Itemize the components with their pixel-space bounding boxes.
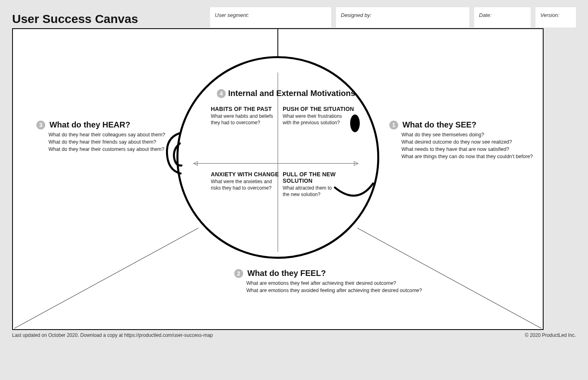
section-hear-title: What do they HEAR?	[49, 120, 130, 129]
section-see: 1 What do they SEE? What do they see the…	[389, 120, 535, 161]
badge-4: 4	[217, 89, 226, 98]
section-feel-l2: What are emotions they avoided feeling a…	[246, 287, 436, 294]
section-hear-l3: What do they hear their customers say ab…	[48, 146, 174, 153]
quad-anxiety-l1: What were the anxieties and	[211, 178, 284, 185]
meta-user-segment[interactable]: User segment:	[210, 7, 331, 27]
quad-pull-l1: What attracted them to	[283, 185, 363, 191]
badge-1: 1	[389, 121, 398, 129]
quad-habits-title: HABITS OF THE PAST	[211, 106, 284, 112]
footer-right: © 2020 ProductLed Inc.	[525, 332, 576, 338]
section-feel-l1: What are emotions they feel after achiev…	[246, 280, 436, 287]
canvas-frame: 4 Internal and External Motivations HABI…	[12, 28, 544, 330]
badge-2: 2	[234, 269, 243, 278]
meta-user-segment-label: User segment:	[215, 12, 249, 18]
header-row: User Success Canvas User segment: Design…	[12, 7, 576, 27]
meta-date[interactable]: Date:	[474, 7, 531, 27]
section-see-l3: What needs to they have that are now sat…	[401, 146, 535, 153]
quad-pull-title: PULL OF THE NEW SOLUTION	[283, 171, 363, 184]
meta-designed-by-label: Designed by:	[341, 12, 372, 18]
badge-3: 3	[36, 121, 45, 129]
meta-date-label: Date:	[479, 12, 491, 18]
meta-version[interactable]: Version:	[536, 7, 576, 27]
section-see-title: What do they SEE?	[402, 120, 476, 129]
quad-anxiety-title: ANXIETY WITH CHANGE	[211, 171, 284, 177]
quad-pull: PULL OF THE NEW SOLUTION What attracted …	[283, 171, 363, 198]
section-hear-l1: What do they hear their colleagues say a…	[48, 131, 174, 138]
svg-line-0	[15, 228, 199, 328]
page-title: User Success Canvas	[12, 7, 138, 26]
section-hear: 3 What do they HEAR? What do they hear t…	[36, 120, 174, 153]
quad-push-title: PUSH OF THE SITUATION	[283, 106, 355, 112]
quad-habits-l2: they had to overcome?	[211, 119, 284, 126]
quad-push-l1: What were their frustrations	[283, 113, 355, 119]
quad-push: PUSH OF THE SITUATION What were their fr…	[283, 106, 355, 126]
quad-habits-l1: What were habits and beliefs	[211, 113, 284, 119]
section-see-l4: What are things they can do now that the…	[401, 153, 535, 160]
section-hear-l2: What do they hear their friends say abou…	[48, 138, 174, 146]
section-feel-title: What do they FEEL?	[247, 269, 326, 278]
section-see-l2: What desired outcome do they now see rea…	[401, 138, 535, 146]
quad-anxiety-l2: risks they had to overcome?	[211, 185, 284, 191]
section-motivations-title: Internal and External Motivations	[228, 89, 355, 98]
quad-push-l2: with the previous solution?	[283, 119, 355, 126]
meta-version-label: Version:	[540, 12, 559, 18]
quad-habits: HABITS OF THE PAST What were habits and …	[211, 106, 284, 126]
footer-left: Last updated on October 2020. Download a…	[12, 332, 213, 338]
quad-anxiety: ANXIETY WITH CHANGE What were the anxiet…	[211, 171, 284, 191]
section-motivations-header: 4 Internal and External Motivations	[217, 89, 355, 98]
meta-designed-by[interactable]: Designed by:	[336, 7, 469, 27]
section-see-l1: What do they see themselves doing?	[401, 131, 535, 138]
section-feel: 2 What do they FEEL? What are emotions t…	[234, 269, 436, 294]
quad-pull-l2: the new solution?	[283, 191, 363, 198]
